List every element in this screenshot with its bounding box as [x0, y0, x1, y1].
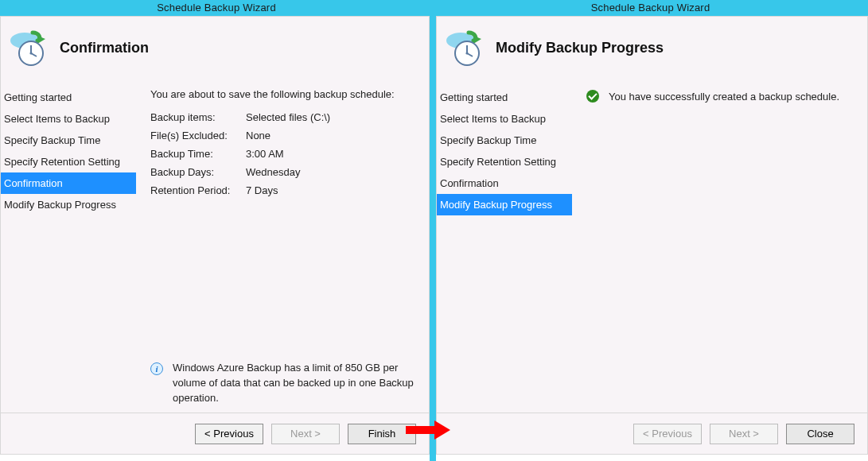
previous-button: < Previous [633, 424, 702, 444]
success-message: You have successfully created a backup s… [586, 90, 856, 103]
summary-value: 7 Days [246, 181, 338, 200]
summary-value: Selected files (C:\) [246, 108, 338, 126]
wizard-step[interactable]: Specify Backup Time [437, 130, 572, 151]
title-bar-left: Schedule Backup Wizard [0, 0, 433, 16]
panel-divider [430, 0, 436, 461]
finish-button[interactable]: Finish [348, 424, 416, 444]
window-title: Schedule Backup Wizard [433, 0, 868, 16]
panel-header: Confirmation [1, 17, 429, 83]
summary-value: Wednesday [246, 163, 338, 181]
cloud-clock-icon [445, 28, 485, 68]
check-icon [586, 90, 599, 103]
summary-row: Backup items:Selected files (C:\) [150, 108, 338, 126]
wizard-panel-confirmation: Confirmation Getting startedSelect Items… [0, 16, 430, 455]
wizard-step[interactable]: Specify Retention Setting [437, 151, 572, 172]
close-button[interactable]: Close [786, 424, 854, 444]
summary-key: Backup Time: [150, 145, 246, 163]
window-title: Schedule Backup Wizard [0, 0, 433, 16]
page-title: Modify Backup Progress [496, 40, 664, 56]
summary-table: Backup items:Selected files (C:\)File(s)… [150, 108, 338, 200]
summary-row: Backup Days:Wednesday [150, 163, 338, 181]
summary-key: Backup Days: [150, 163, 246, 181]
summary-value: None [246, 126, 338, 145]
wizard-step[interactable]: Specify Backup Time [1, 130, 136, 151]
summary-value: 3:00 AM [246, 145, 338, 163]
summary-key: File(s) Excluded: [150, 126, 246, 145]
summary-row: File(s) Excluded:None [150, 126, 338, 145]
summary-key: Backup items: [150, 108, 246, 126]
wizard-steps: Getting startedSelect Items to BackupSpe… [1, 83, 136, 417]
wizard-step[interactable]: Specify Retention Setting [1, 151, 136, 172]
wizard-footer: < Previous Next > Close [437, 413, 867, 454]
wizard-steps: Getting startedSelect Items to BackupSpe… [437, 83, 572, 417]
summary-row: Backup Time:3:00 AM [150, 145, 338, 163]
previous-button[interactable]: < Previous [195, 424, 263, 444]
wizard-step[interactable]: Getting started [437, 87, 572, 108]
content-area: You are about to save the following back… [136, 83, 429, 417]
summary-key: Retention Period: [150, 181, 246, 200]
wizard-step[interactable]: Modify Backup Progress [1, 194, 136, 215]
info-text: Windows Azure Backup has a limit of 850 … [173, 361, 429, 406]
summary-row: Retention Period:7 Days [150, 181, 338, 200]
wizard-panel-progress: Modify Backup Progress Getting startedSe… [436, 16, 868, 455]
success-text: You have successfully created a backup s… [609, 91, 839, 103]
wizard-step[interactable]: Confirmation [437, 172, 572, 194]
wizard-footer: < Previous Next > Finish [1, 413, 429, 454]
panel-header: Modify Backup Progress [437, 17, 867, 83]
wizard-step[interactable]: Modify Backup Progress [437, 194, 572, 215]
wizard-step[interactable]: Confirmation [1, 172, 136, 194]
next-button: Next > [271, 424, 340, 444]
cloud-clock-icon [9, 28, 49, 68]
content-area: You have successfully created a backup s… [572, 83, 867, 417]
next-button: Next > [710, 424, 778, 444]
wizard-step[interactable]: Select Items to Backup [437, 108, 572, 130]
info-note: i Windows Azure Backup has a limit of 85… [150, 361, 429, 406]
wizard-step[interactable]: Getting started [1, 87, 136, 108]
wizard-step[interactable]: Select Items to Backup [1, 108, 136, 130]
title-bar-right: Schedule Backup Wizard [433, 0, 868, 16]
info-icon: i [150, 362, 163, 375]
intro-text: You are about to save the following back… [150, 88, 418, 100]
page-title: Confirmation [60, 40, 149, 56]
